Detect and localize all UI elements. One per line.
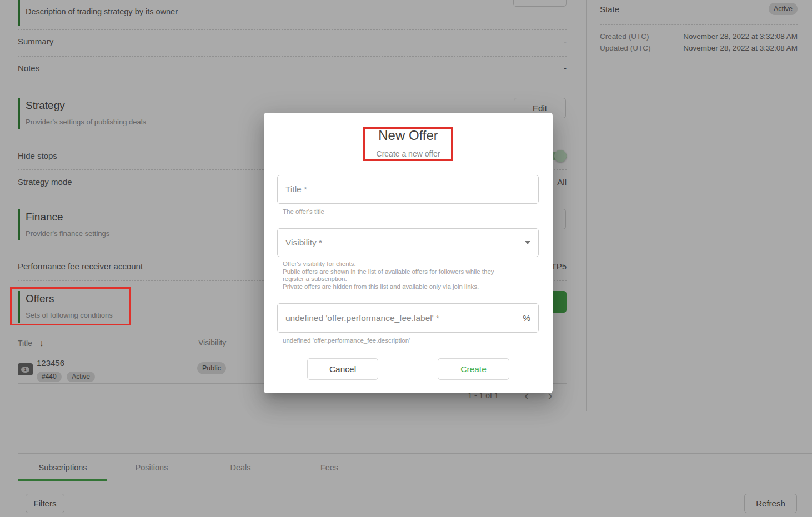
cancel-button[interactable]: Cancel	[307, 358, 378, 380]
chevron-down-icon	[525, 241, 530, 244]
performance-fee-placeholder: undefined 'offer.performance_fee.label' …	[285, 313, 439, 323]
performance-fee-input[interactable]: undefined 'offer.performance_fee.label' …	[277, 303, 539, 333]
title-input[interactable]: Title *	[277, 175, 539, 204]
create-button[interactable]: Create	[438, 358, 509, 380]
percent-suffix: %	[523, 313, 530, 323]
new-offer-dialog: New Offer Create a new offer Title * The…	[264, 113, 553, 393]
visibility-select[interactable]: Visibility *	[277, 228, 539, 257]
title-helper: The offer's title	[283, 208, 324, 216]
page: Description of trading strategy by its o…	[0, 0, 812, 517]
visibility-helper: Offer's visibility for clients. Public o…	[283, 260, 494, 290]
dialog-subtitle: Create a new offer	[264, 149, 553, 158]
title-input-placeholder: Title *	[285, 184, 307, 194]
visibility-select-label: Visibility *	[285, 238, 322, 248]
performance-fee-helper: undefined 'offer.performance_fee.descrip…	[283, 337, 410, 345]
dialog-title: New Offer	[264, 128, 553, 143]
